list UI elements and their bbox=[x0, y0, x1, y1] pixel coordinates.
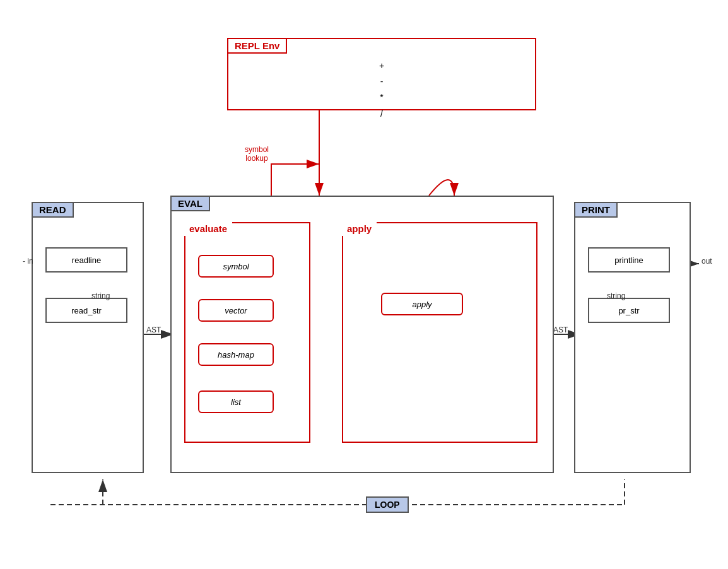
hashmap-box: hash-map bbox=[198, 343, 274, 366]
symbol-lookup-label: symbol lookup bbox=[245, 145, 269, 163]
read-label: READ bbox=[39, 204, 66, 215]
string2-text: string bbox=[607, 291, 625, 300]
vector-label: vector bbox=[225, 306, 247, 315]
in-text: - in bbox=[23, 257, 33, 266]
read-str-box: read_str bbox=[45, 298, 127, 323]
symbol-lookup-line2: lookup bbox=[245, 154, 269, 163]
ast1-label: AST bbox=[146, 326, 161, 334]
pr-str-label: pr_str bbox=[618, 306, 639, 315]
repl-env-item-div: / bbox=[379, 106, 384, 122]
vector-box: vector bbox=[198, 299, 274, 322]
eval-box: EVAL evaluate symbol vector hash-map lis… bbox=[170, 196, 554, 473]
list-label: list bbox=[231, 397, 241, 407]
repl-env-item-plus: + bbox=[379, 58, 384, 74]
symbol-lookup-line1: symbol bbox=[245, 145, 269, 154]
string2-label: string bbox=[607, 291, 625, 300]
apply-inner-box: apply bbox=[381, 293, 463, 315]
repl-env-label: REPL Env bbox=[235, 40, 279, 51]
string1-label: string bbox=[91, 291, 110, 300]
printline-box: printline bbox=[588, 247, 670, 273]
pr-str-box: pr_str bbox=[588, 298, 670, 323]
diagram-container: REPL Env + - * / READ readline read_str … bbox=[0, 0, 728, 569]
list-box: list bbox=[198, 390, 274, 413]
loop-label: LOOP bbox=[375, 500, 400, 510]
read-box: READ readline read_str bbox=[32, 202, 144, 473]
hashmap-label: hash-map bbox=[218, 350, 254, 360]
repl-env-item-minus: - bbox=[379, 74, 384, 90]
print-box: PRINT printline pr_str bbox=[574, 202, 691, 473]
readline-label: readline bbox=[72, 255, 101, 265]
repl-env-items: + - * / bbox=[379, 58, 384, 122]
evaluate-label: evaluate bbox=[189, 223, 227, 234]
repl-env-header: REPL Env bbox=[227, 38, 287, 54]
ast2-label: AST bbox=[553, 326, 568, 334]
apply-inner-label: apply bbox=[412, 300, 432, 309]
read-header: READ bbox=[32, 202, 74, 218]
print-label: PRINT bbox=[582, 204, 610, 215]
evaluate-box: evaluate symbol vector hash-map list bbox=[184, 222, 310, 443]
read-str-label: read_str bbox=[71, 306, 102, 315]
out-label: out bbox=[702, 257, 712, 266]
readline-box: readline bbox=[45, 247, 127, 273]
apply-label: apply bbox=[347, 223, 372, 234]
ast2-text: AST bbox=[553, 326, 568, 334]
eval-header: EVAL bbox=[170, 196, 210, 211]
symbol-box: symbol bbox=[198, 255, 274, 278]
apply-box: apply apply bbox=[342, 222, 537, 443]
in-label: - in bbox=[23, 257, 33, 266]
repl-env-item-mult: * bbox=[379, 90, 384, 105]
loop-box: LOOP bbox=[366, 496, 409, 513]
symbol-label: symbol bbox=[223, 262, 249, 271]
repl-env-box: REPL Env + - * / bbox=[227, 38, 536, 110]
printline-label: printline bbox=[614, 255, 643, 265]
out-text: out bbox=[702, 257, 712, 266]
ast1-text: AST bbox=[146, 326, 161, 334]
string1-text: string bbox=[91, 291, 110, 300]
print-header: PRINT bbox=[574, 202, 618, 218]
eval-label: EVAL bbox=[178, 198, 203, 209]
